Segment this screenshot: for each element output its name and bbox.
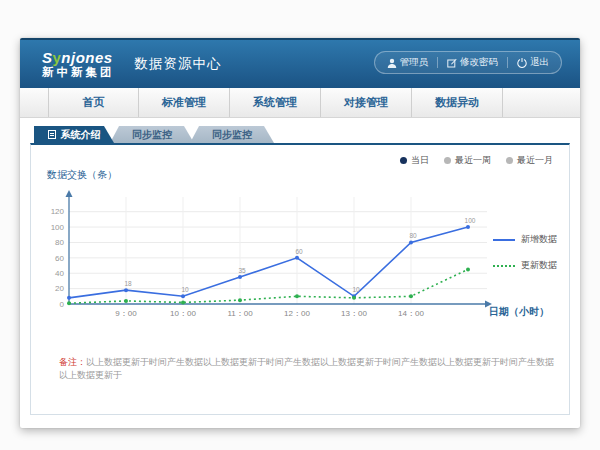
footnote: 备注：以上数据更新于时间产生数据以上数据更新于时间产生数据以上数据更新于时间产生… — [59, 356, 554, 381]
svg-text:0: 0 — [60, 300, 65, 309]
svg-text:120: 120 — [51, 207, 65, 216]
footnote-text: 以上数据更新于时间产生数据以上数据更新于时间产生数据以上数据更新于时间产生数据以… — [59, 357, 554, 380]
legend-item-update-data: 更新数据 — [493, 259, 557, 272]
svg-text:13：00: 13：00 — [341, 309, 367, 318]
app-header: Synjones 新中新集团 数据资源中心 管理员 修改密码 退出 — [20, 38, 580, 88]
svg-text:80: 80 — [409, 232, 417, 239]
svg-text:10: 10 — [352, 286, 360, 293]
browser-page: Synjones 新中新集团 数据资源中心 管理员 修改密码 退出 — [20, 38, 580, 428]
page-title: 数据资源中心 — [135, 55, 222, 73]
content-tabs: 系统介绍 同步监控 同步监控 — [34, 126, 274, 143]
radio-icon — [506, 157, 513, 164]
filter-today[interactable]: 当日 — [400, 154, 429, 167]
nav-item-data-change[interactable]: 数据异动 — [412, 88, 503, 117]
company-logo: Synjones 新中新集团 — [42, 50, 115, 78]
document-icon — [48, 130, 56, 139]
logo-subtitle: 新中新集团 — [42, 66, 115, 78]
nav-item-home[interactable]: 首页 — [48, 88, 139, 117]
legend-item-new-data: 新增数据 — [493, 233, 557, 246]
svg-text:100: 100 — [51, 223, 65, 232]
tab-label: 同步监控 — [132, 128, 172, 142]
user-toolbar: 管理员 修改密码 退出 — [374, 51, 563, 74]
filter-label: 最近一周 — [455, 154, 491, 167]
tab-label: 同步监控 — [212, 128, 252, 142]
tab-sync-monitor-2[interactable]: 同步监控 — [190, 126, 274, 143]
desktop-background: Synjones 新中新集团 数据资源中心 管理员 修改密码 退出 — [0, 0, 600, 450]
nav-item-system-mgmt[interactable]: 系统管理 — [230, 88, 321, 117]
svg-text:14：00: 14：00 — [398, 309, 424, 318]
svg-text:80: 80 — [55, 238, 64, 247]
footnote-prefix: 备注： — [59, 357, 86, 367]
logout-label: 退出 — [530, 56, 549, 69]
legend-line-dotted — [493, 265, 515, 267]
nav-item-standard-mgmt[interactable]: 标准管理 — [139, 88, 230, 117]
logo-text-rest: njones — [61, 49, 112, 66]
tab-label: 系统介绍 — [61, 128, 101, 142]
legend-label: 更新数据 — [521, 259, 557, 272]
user-name-label: 管理员 — [400, 56, 429, 69]
logo-text: Synjones — [42, 50, 115, 66]
svg-text:35: 35 — [238, 267, 246, 274]
chart-panel: 当日 最近一周 最近一月 数据交换（条） 0204060801001209：00… — [30, 143, 570, 415]
x-axis-title: 日期（小时） — [489, 305, 549, 319]
logout-button[interactable]: 退出 — [517, 56, 549, 69]
divider — [437, 57, 438, 68]
svg-text:60: 60 — [295, 248, 303, 255]
svg-text:18: 18 — [124, 280, 132, 287]
filter-label: 最近一月 — [517, 154, 553, 167]
power-icon — [517, 58, 527, 68]
time-range-filters: 当日 最近一周 最近一月 — [400, 154, 553, 167]
filter-last-month[interactable]: 最近一月 — [506, 154, 553, 167]
legend-label: 新增数据 — [521, 233, 557, 246]
change-password-button[interactable]: 修改密码 — [447, 56, 498, 69]
svg-text:9：00: 9：00 — [115, 309, 137, 318]
svg-text:100: 100 — [465, 217, 476, 224]
svg-text:40: 40 — [55, 269, 64, 278]
radio-icon — [444, 157, 451, 164]
user-icon — [387, 58, 397, 68]
svg-text:12：00: 12：00 — [284, 309, 310, 318]
svg-text:11：00: 11：00 — [227, 309, 253, 318]
legend-line-solid — [493, 239, 515, 241]
chart-legend: 新增数据 更新数据 — [493, 233, 557, 272]
svg-text:10: 10 — [181, 286, 189, 293]
nav-item-interface-mgmt[interactable]: 对接管理 — [321, 88, 412, 117]
tab-sync-monitor-1[interactable]: 同步监控 — [110, 126, 194, 143]
filter-label: 当日 — [411, 154, 429, 167]
y-axis-title: 数据交换（条） — [47, 168, 117, 182]
filter-last-week[interactable]: 最近一周 — [444, 154, 491, 167]
current-user[interactable]: 管理员 — [387, 56, 429, 69]
change-password-label: 修改密码 — [460, 56, 498, 69]
divider — [507, 57, 508, 68]
line-chart: 0204060801001209：0010：0011：0012：0013：001… — [41, 187, 511, 322]
tab-system-intro[interactable]: 系统介绍 — [34, 126, 114, 143]
main-navbar: 首页 标准管理 系统管理 对接管理 数据异动 — [20, 88, 580, 118]
svg-text:60: 60 — [55, 254, 64, 263]
edit-icon — [447, 58, 457, 68]
radio-icon — [400, 157, 407, 164]
svg-text:10：00: 10：00 — [170, 309, 196, 318]
svg-text:20: 20 — [55, 284, 64, 293]
